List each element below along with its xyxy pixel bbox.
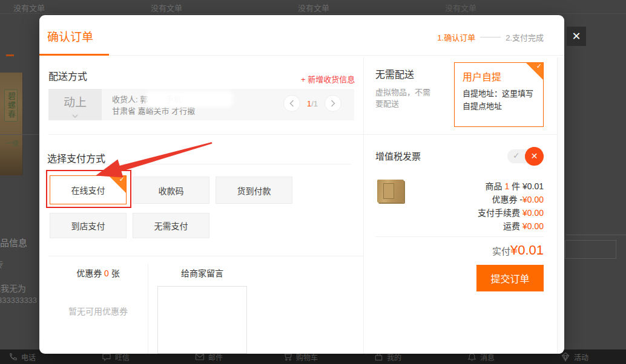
step-confirm-order: 1.确认订单 [437, 31, 475, 43]
close-icon: ✕ [531, 151, 538, 161]
step-payment-complete: 2.支付完成 [506, 31, 544, 43]
coupon-count: 0 [104, 268, 109, 278]
summary-label: 支付手续费 [478, 208, 520, 218]
dialog-title: 确认订单 [47, 28, 93, 44]
dialog-scrollbar[interactable] [557, 57, 563, 354]
summary-value: ¥0.00 [522, 208, 544, 218]
summary-label: 优惠券 - [492, 195, 522, 204]
check-icon: ✓ [119, 175, 125, 183]
page-total: 1 [314, 99, 318, 108]
total-row: 实付¥0.01 [375, 242, 544, 258]
merchant-message-input[interactable] [157, 286, 247, 354]
bg-text: 333333333 [0, 296, 37, 305]
coupon-unit: 张 [111, 268, 120, 278]
toolbar-item-phone[interactable]: 电话 [8, 351, 36, 362]
close-dialog-button[interactable]: ✕ [567, 27, 586, 46]
mail-icon [195, 353, 205, 361]
bg-text: 没有文单 [151, 2, 182, 13]
chevron-left-icon [289, 100, 294, 107]
bg-divider [566, 235, 626, 235]
payment-option-label: 货到付款 [237, 184, 271, 197]
payment-option-online[interactable]: 在线支付 ✓ [50, 175, 127, 204]
no-delivery-option[interactable]: 无需配送 [375, 67, 414, 81]
next-address-button[interactable] [325, 95, 341, 112]
invoice-off-button[interactable]: ✕ [525, 147, 544, 166]
coupon-label: 优惠券 [76, 268, 102, 278]
summary-divider [375, 236, 544, 237]
bg-product-label: 碧螺春 [4, 89, 18, 122]
bg-text: 品信息 [0, 236, 27, 249]
confirm-order-dialog: 确认订单 1.确认订单 2.支付完成 配送方式 + 新增收货信息 动上 收货人:… [39, 15, 564, 354]
vat-invoice-heading: 增值税发票 [375, 149, 421, 162]
steps-separator [480, 37, 501, 37]
no-delivery-description: 虚拟物品，不需要配送 [375, 86, 436, 109]
self-pickup-option[interactable]: 用户自提 自提地址：这里填写自提点地址 ✓ [454, 62, 544, 127]
price-summary: 商品 1 件 ¥0.01 优惠券 -¥0.00 支付手续费 ¥0.00 运费 ¥… [375, 180, 544, 233]
dialog-overlay: 没有文单 没有文单 没有文单 没有文单 碧螺春 一级 品信息 专 无我无为 33… [0, 0, 626, 364]
payment-option-label: 在线支付 [71, 184, 105, 196]
bg-text: 无我无为 [0, 282, 26, 294]
pagination-counter: 1/1 [307, 99, 318, 108]
add-shipping-info-link[interactable]: + 新增收货信息 [301, 73, 355, 85]
payment-method-heading: 选择支付方式 [47, 151, 105, 165]
checkout-steps: 1.确认订单 2.支付完成 [437, 31, 544, 43]
check-icon: ✓ [536, 62, 542, 70]
coupon-title: 优惠券 0 张 [48, 267, 148, 279]
payment-option-label: 收款码 [159, 184, 184, 197]
submit-order-button[interactable]: 提交订单 [476, 265, 544, 291]
self-pickup-address: 自提地址：这里填写自提点地址 [463, 87, 536, 112]
toolbar-item-label: 活动 [574, 352, 588, 362]
summary-value: ¥0.00 [522, 221, 544, 231]
phone-icon [8, 353, 18, 362]
summary-value: ¥0.01 [522, 181, 544, 191]
address-tag-label: 动上 [64, 96, 87, 109]
column-divider [363, 57, 364, 354]
merchant-message-heading: 给商家留言 [157, 267, 247, 279]
chevron-right-icon [331, 100, 335, 107]
section-divider [48, 164, 351, 164]
bg-tab-underline [6, 54, 14, 56]
self-pickup-title: 用户自提 [463, 69, 501, 83]
phone-redaction-blur [145, 91, 233, 108]
summary-label: 运费 [503, 221, 520, 231]
section-divider [48, 256, 363, 256]
check-icon: ✓ [513, 151, 520, 160]
toolbar-item-label: 电话 [21, 352, 36, 362]
active-tab-underline [39, 54, 109, 56]
summary-row-coupon: 优惠券 -¥0.00 [375, 193, 544, 206]
payment-option-qrcode[interactable]: 收款码 [133, 177, 209, 204]
delivery-method-heading: 配送方式 [48, 68, 87, 83]
prev-address-button[interactable] [283, 95, 300, 112]
total-label: 实付 [492, 246, 510, 256]
receiver-name: 收货人: 郭 [112, 95, 148, 104]
summary-label: 商品 [485, 181, 502, 191]
payment-option-instore[interactable]: 到店支付 [50, 213, 127, 238]
bg-divider [0, 13, 626, 14]
summary-unit: 件 [512, 181, 520, 191]
toolbar-item-activity[interactable]: 活动 [561, 351, 588, 362]
summary-count: 1 [504, 181, 509, 191]
gem-icon [561, 352, 570, 362]
address-template-tag: 动上 [48, 89, 102, 120]
payment-option-cod[interactable]: 货到付款 [216, 177, 292, 204]
close-icon: ✕ [572, 30, 581, 42]
summary-value: ¥0.00 [522, 195, 544, 204]
summary-row-shipping: 运费 ¥0.00 [375, 219, 544, 233]
section-divider [48, 134, 557, 135]
summary-row-product: 商品 1 件 ¥0.01 [375, 180, 544, 193]
payment-option-none[interactable]: 无需支付 [133, 213, 209, 238]
chevron-down-icon [72, 114, 78, 118]
payment-option-label: 到店支付 [71, 219, 105, 232]
bg-product-image: 碧螺春 一级 [0, 73, 23, 175]
header-divider [39, 55, 564, 56]
bg-product-grade: 一级 [5, 138, 19, 148]
payment-option-label: 无需支付 [154, 219, 188, 232]
bg-text: 没有文单 [445, 2, 476, 13]
bg-text: 专 [0, 258, 4, 270]
bg-text: 没有文单 [13, 2, 45, 13]
coupon-empty-text: 暂无可用优惠券 [48, 305, 148, 317]
bg-text: 没有文单 [298, 2, 329, 13]
bg-panel-outline [565, 240, 616, 259]
address-pagination: 1/1 [283, 95, 341, 112]
total-value: ¥0.01 [510, 242, 544, 258]
